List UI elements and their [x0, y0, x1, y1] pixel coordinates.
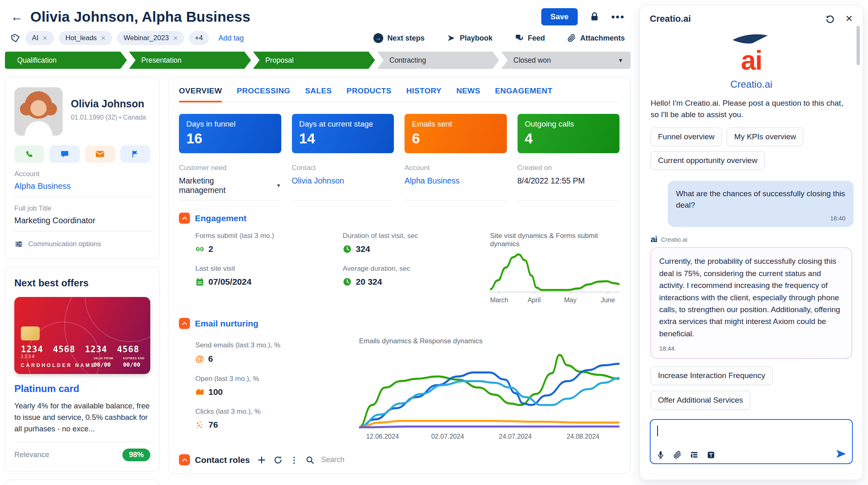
tab-sales[interactable]: SALES — [305, 86, 332, 102]
funnel-stage-bar: Qualification Presentation Proposal Cont… — [5, 52, 631, 69]
ai-panel-title: Creatio.ai — [650, 14, 691, 24]
stage-contracting[interactable]: Contracting — [377, 52, 499, 69]
flag-icon — [131, 150, 140, 159]
search-input[interactable]: Search — [321, 456, 344, 464]
ai-message-author: Creatio.ai — [661, 236, 687, 243]
kpis-overview-button[interactable]: My KPIs overview — [727, 127, 803, 146]
attach-file-button[interactable] — [673, 451, 682, 459]
stage-qualification[interactable]: Qualification — [5, 52, 127, 69]
ai-greeting: Hello! I'm Creatio.ai. Please post a que… — [640, 97, 863, 121]
chevron-down-icon[interactable]: ▼ — [618, 57, 623, 63]
tab-engagement[interactable]: ENGAGEMENT — [495, 86, 552, 102]
text-cursor — [657, 426, 658, 436]
collapse-button[interactable] — [179, 454, 190, 465]
increase-frequency-button[interactable]: Increase Interaction Frequency — [651, 366, 773, 385]
add-record-button[interactable] — [257, 456, 266, 465]
stage-presentation[interactable]: Presentation — [129, 52, 251, 69]
flag-button[interactable] — [120, 145, 150, 163]
tag-chip[interactable]: Hot_leads✕ — [59, 31, 112, 45]
account-label: Account — [14, 170, 150, 178]
job-title-label: Full job Title — [14, 204, 150, 213]
account-link[interactable]: Alpha Business — [14, 181, 150, 191]
emails-dynamics-chart: Emails dynamics & Response dynamics 12.0… — [359, 337, 619, 442]
collapse-button[interactable] — [179, 318, 190, 329]
chevron-up-icon — [181, 215, 188, 222]
ai-logo-small: ai — [651, 234, 657, 244]
creatio-ai-panel: Creatio.ai ✕ ai Creatio.ai Hello! I'm Cr… — [640, 5, 863, 480]
send-button[interactable] — [836, 449, 846, 459]
add-tag-button[interactable]: Add tag — [219, 34, 244, 43]
more-options-button[interactable]: ••• — [611, 11, 625, 23]
scrollbar-thumb[interactable] — [857, 26, 860, 65]
tab-history[interactable]: HISTORY — [406, 86, 441, 102]
contact-link[interactable]: Olivia Johnson — [292, 176, 394, 186]
feed-button[interactable]: Feed — [515, 34, 545, 43]
contact-roles-table: Contact Primary contact Role Influence L… — [179, 471, 619, 474]
paperclip-icon — [567, 34, 576, 43]
stage-proposal[interactable]: Proposal — [253, 52, 375, 69]
offers-title: Next best offers — [14, 277, 150, 289]
email-nurturing-section-header: Email nurturing — [179, 318, 619, 329]
job-title-value: Marketing Coordinator — [14, 216, 150, 225]
card-chip — [21, 326, 40, 340]
chat-input[interactable] — [650, 419, 853, 464]
metric-days-in-funnel: Days in funnel16 — [179, 114, 281, 153]
collapse-button[interactable] — [179, 213, 190, 224]
account-link[interactable]: Alpha Business — [405, 176, 507, 186]
tab-overview[interactable]: OVERVIEW — [179, 86, 222, 102]
arrow-right-circle-icon: → — [373, 33, 383, 43]
microphone-button[interactable] — [656, 451, 665, 459]
contact-name: Olivia Johnson — [71, 98, 146, 110]
stage-closed-won[interactable]: Closed won▼ — [501, 52, 631, 69]
refresh-button[interactable] — [274, 456, 283, 465]
communication-options-button[interactable]: Communication options — [14, 240, 150, 249]
next-steps-button[interactable]: → Next steps — [373, 33, 425, 43]
back-button[interactable]: ← — [11, 10, 23, 24]
save-button[interactable]: Save — [541, 8, 577, 25]
playbook-button[interactable]: Playbook — [447, 34, 493, 43]
prompt-library-button[interactable] — [690, 451, 698, 459]
offer-services-button[interactable]: Offer Additional Services — [651, 391, 750, 410]
remove-tag-icon[interactable]: ✕ — [43, 35, 47, 41]
calendar-icon — [195, 277, 204, 286]
more-tags-chip[interactable]: +4 — [189, 31, 208, 45]
at-sign-icon: @ — [195, 354, 204, 364]
tag-chip[interactable]: Webinar_2023✕ — [117, 31, 184, 45]
relevance-label: Relevance — [14, 451, 49, 459]
ai-brand-name: Creatio.ai — [640, 79, 863, 90]
tag-chip[interactable]: AI✕ — [25, 31, 54, 45]
tab-news[interactable]: NEWS — [456, 86, 480, 102]
email-button[interactable] — [85, 145, 115, 163]
chevron-up-icon — [181, 320, 188, 327]
remove-tag-icon[interactable]: ✕ — [173, 35, 178, 41]
offer-link[interactable]: Platinum card — [14, 383, 150, 394]
reset-chat-button[interactable] — [825, 14, 835, 24]
text-format-button[interactable] — [707, 451, 715, 459]
remove-tag-icon[interactable]: ✕ — [101, 35, 106, 41]
call-button[interactable] — [14, 145, 44, 163]
close-icon[interactable]: ✕ — [845, 14, 853, 24]
engagement-title[interactable]: Engagement — [195, 213, 246, 223]
email-nurturing-title[interactable]: Email nurturing — [195, 319, 258, 329]
creatio-ai-logo: ai — [640, 33, 863, 71]
customer-need-select[interactable]: Marketing management▼ — [179, 176, 281, 195]
attachments-button[interactable]: Attachments — [567, 34, 625, 43]
clicks-icon — [195, 420, 204, 429]
clock-icon — [343, 277, 352, 286]
ai-quick-actions: Funnel overview My KPIs overview Current… — [640, 127, 863, 170]
site-visit-chart: Site visit dynamics & Forms submit dynam… — [490, 232, 619, 306]
tab-processing[interactable]: PROCESSING — [237, 86, 290, 102]
tab-bar: OVERVIEW PROCESSING SALES PRODUCTS HISTO… — [179, 77, 619, 102]
opportunity-overview-button[interactable]: Current opportunity overview — [651, 151, 765, 170]
chevron-up-icon — [181, 457, 188, 463]
phone-icon — [25, 150, 34, 159]
ai-suggestions: Increase Interaction Frequency Offer Add… — [640, 366, 863, 410]
opportunity-main-card: OVERVIEW PROCESSING SALES PRODUCTS HISTO… — [168, 77, 631, 474]
kebab-menu-button[interactable]: ⋮ — [290, 455, 298, 465]
search-button[interactable] — [305, 456, 314, 465]
funnel-overview-button[interactable]: Funnel overview — [651, 127, 722, 146]
sliders-icon — [14, 240, 23, 249]
chat-button[interactable] — [50, 145, 79, 163]
lock-icon[interactable] — [589, 11, 600, 22]
tab-products[interactable]: PRODUCTS — [346, 86, 391, 102]
